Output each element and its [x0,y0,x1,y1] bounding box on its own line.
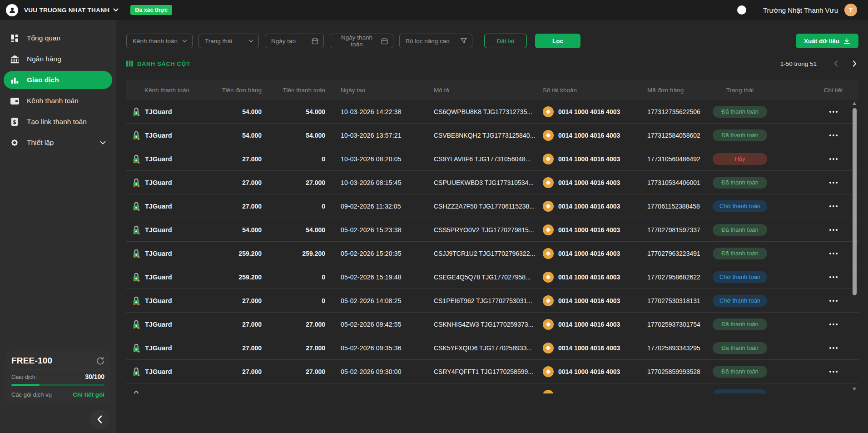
chevron-down-icon [248,40,253,43]
user-avatar[interactable]: T [844,4,857,16]
pagination-prev-icon[interactable] [832,59,840,69]
refresh-icon[interactable] [96,357,104,365]
sidebar-item-ngan-hang[interactable]: Ngân hàng [4,50,112,68]
sidebar-item-label: Giao dịch [27,76,59,84]
card-icon [9,97,20,105]
created-date: 05-02-2026 14:08:25 [331,297,428,304]
description: CSRY4FQFFT1 TJG1770258599... [428,368,536,375]
bank-logo-icon [543,272,554,283]
bank-logo-icon [543,343,554,353]
row-actions-button[interactable] [828,203,838,210]
paid-amount: 27.000 [267,344,331,352]
apply-filter-button[interactable]: Lọc [535,34,580,48]
order-amount: 27.000 [201,368,267,375]
account-number: 0014 1000 4016 4003 [558,274,620,281]
created-date: 05-02-2026 15:23:38 [331,226,428,234]
filter-label: Trạng thái [205,38,232,45]
person-avatar-icon [9,6,16,14]
sidebar-item-giao-dich[interactable]: Giao dịch [4,71,112,89]
paid-amount: 27.000 [267,321,331,328]
tjguard-lock-icon [132,154,141,164]
filter-created-date[interactable]: Ngày tạo [265,34,324,48]
sidebar-item-label: Thiết lập [27,139,54,147]
header-paid-amount: Tiền thanh toán [267,87,331,94]
status-badge: Đã thanh toán [713,319,767,330]
bank-logo-icon [543,201,554,212]
scroll-up-icon[interactable] [853,102,856,105]
chevron-down-icon[interactable] [113,8,119,12]
bar-chart-icon [9,76,20,85]
row-actions-button[interactable] [828,132,838,139]
packages-label: Các gói dịch vụ [11,391,52,398]
row-actions-button[interactable] [828,155,838,163]
created-date: 05-02-2026 15:19:48 [331,274,428,281]
sidebar-item-kenh-thanh-toan[interactable]: Kênh thanh toán [4,92,112,110]
sidebar-collapse-button[interactable] [89,409,109,429]
description: CSEGE4Q5Q78 TJG177027958... [428,274,536,281]
dashboard-icon [9,34,20,43]
merchant-name[interactable]: VUU TRUONG NHAT THANH [24,7,109,14]
filter-advanced[interactable]: Bộ lọc nâng cao [399,34,472,48]
table-row: TJGuard 27.000 0 09-02-2026 11:32:05 CSH… [126,194,858,218]
order-amount: 259.200 [201,250,267,257]
bank-logo-icon [543,154,554,164]
row-actions-button[interactable] [828,321,838,328]
row-actions-button[interactable] [828,250,838,257]
filter-channel-dropdown[interactable]: Kênh thanh toán [126,34,193,48]
channel-name: TJGuard [145,179,172,186]
order-code: 177312735622506 [626,108,704,115]
table-row: TJGuard 54.000 54.000 05-02-2026 15:23:3… [126,218,858,242]
funnel-icon [461,38,467,44]
reset-button[interactable]: Đặt lại [484,34,527,48]
chevron-down-icon[interactable] [100,141,106,145]
paid-amount: 0 [267,274,331,281]
status-badge: Chờ thanh toán [713,200,767,212]
filter-payment-date[interactable]: Ngày thanh toán [330,34,393,48]
table-row: TJGuard 259.200 0 05-02-2026 15:19:48 CS… [126,265,858,289]
column-list-button[interactable]: DANH SÁCH CỘT [126,60,190,67]
header-account: Số tài khoản [536,87,626,94]
app: VUU TRUONG NHAT THANH Đã xác thực Trường… [0,0,868,433]
plan-name: FREE-100 [11,356,52,366]
created-date: 10-03-2026 08:15:45 [331,179,428,186]
scrollbar-thumb[interactable] [853,108,857,295]
calendar-icon [312,38,318,45]
row-actions-button[interactable] [828,226,838,234]
row-actions-button[interactable] [828,368,838,375]
row-actions-button[interactable] [828,108,838,115]
bank-logo-icon [543,106,554,117]
channel-name: TJGuard [145,108,172,115]
calendar-icon [381,38,388,45]
sidebar-item-tong-quan[interactable]: Tổng quan [4,29,112,47]
theme-toggle-icon[interactable] [737,5,747,15]
header-channel: Kênh thanh toán [126,87,201,94]
row-actions-button[interactable] [828,179,838,186]
table-toolbar: DANH SÁCH CỘT 1-50 trong 51 [126,58,858,69]
tjguard-lock-icon [132,107,141,117]
svg-text:$: $ [13,119,16,125]
pagination-next-icon[interactable] [851,59,858,69]
filter-status-dropdown[interactable]: Trạng thái [198,34,259,48]
plan-card: FREE-100 Giao dịch: 30/100 Các gói dịch … [5,351,111,403]
row-actions-button[interactable] [828,297,838,304]
sidebar-item-tao-link[interactable]: $ Tạo link thanh toán [4,113,112,131]
created-date: 05-02-2026 15:20:35 [331,250,428,257]
usage-progress [11,384,104,386]
scroll-down-icon[interactable] [853,388,856,391]
paid-amount: 54.000 [267,108,331,115]
invoice-dollar-icon: $ [9,117,20,126]
row-actions-button[interactable] [828,392,838,394]
row-actions-button[interactable] [828,274,838,281]
channel-name: TJGuard [145,250,172,257]
export-button[interactable]: Xuất dữ liệu [796,34,858,48]
row-actions-button[interactable] [828,344,838,352]
table-row: TJGuard 27.000 27.000 05-02-2026 09:42:5… [126,313,858,336]
packages-detail-link[interactable]: Chi tiết gói [73,391,104,398]
channel-name: TJGuard [145,321,172,328]
usage-value: 30/100 [85,373,104,380]
user-name[interactable]: Trường Nhật Thanh Vưu [763,6,838,14]
order-code: 177025937301754 [626,321,704,328]
account-number: 0014 1000 4016 4003 [558,250,620,257]
sidebar-item-thiet-lap[interactable]: Thiết lập [4,134,112,152]
table-scrollbar[interactable] [852,102,857,391]
